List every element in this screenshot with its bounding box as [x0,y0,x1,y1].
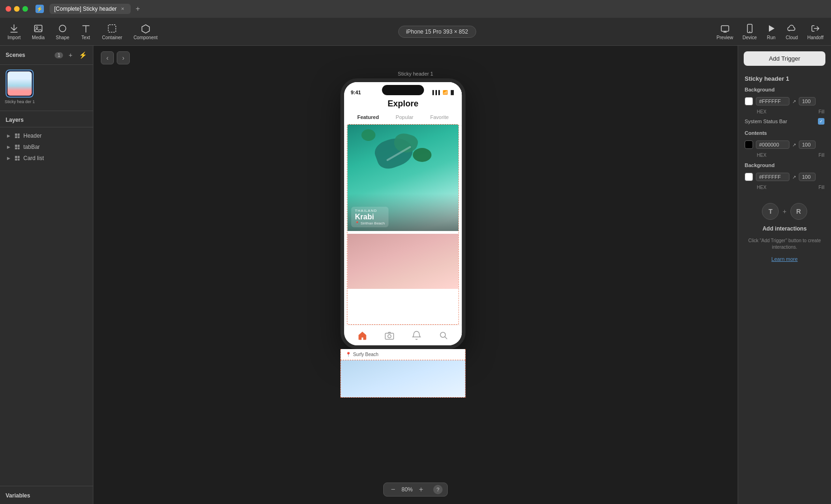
background-color-swatch[interactable] [745,97,753,105]
contents-hex-input[interactable] [756,140,789,149]
cloud-button[interactable]: Cloud [786,23,798,40]
card-list-area: THAILAND Krabi 📍 Sirithan Beach [347,124,459,325]
tab-popular[interactable]: Popular [393,112,416,122]
component-button[interactable]: Component [134,23,158,40]
close-button[interactable] [6,6,11,12]
interaction-keys: T + R [762,203,807,220]
layer-expand-icon[interactable]: ▶ [6,133,11,139]
background-opacity-input[interactable] [799,97,816,105]
system-status-bar-label: System Status Bar [745,119,787,124]
add-trigger-button[interactable]: Add Trigger [744,51,825,66]
layer-grid-icon [14,144,21,150]
contents-bg-label: Background [738,161,831,171]
system-status-bar-checkbox[interactable]: ✓ [818,118,824,125]
layer-name: tabBar [23,144,40,150]
scene-thumb-content [7,71,32,96]
background-hex-input[interactable] [756,97,789,105]
maximize-button[interactable] [22,6,28,12]
learn-more-link[interactable]: Learn more [771,256,797,262]
fill-label-2: Fill [818,153,824,158]
card-krabi[interactable]: THAILAND Krabi 📍 Sirithan Beach [347,125,458,231]
background-section-label: Background [738,85,831,95]
phone-notch [382,85,424,95]
nav-bell-icon[interactable] [410,329,423,342]
svg-point-3 [36,27,38,28]
new-tab-button[interactable]: + [133,4,143,14]
handoff-button[interactable]: Handoff [807,23,824,40]
nav-search-icon[interactable] [437,329,450,342]
battery-icon: ▐▌ [449,90,455,95]
layers-header: Layers [0,113,93,127]
layer-item-cardlist[interactable]: ▶ Card list [0,153,93,164]
layer-expand-icon[interactable]: ▶ [6,144,11,150]
active-tab[interactable]: [Complete] Sticky header ✕ [49,4,131,14]
device-selector[interactable]: iPhone 15 Pro 393 × 852 [169,26,705,38]
scenes-grid: Sticky hea der 1 [0,65,93,109]
layer-expand-icon[interactable]: ▶ [6,155,11,161]
add-scene-button[interactable]: + [66,50,75,60]
app-icon: ⚡ [35,5,44,13]
variables-title: Variables [6,492,30,499]
contents-bg-labels: HEX Fill [738,183,831,192]
location-pin-icon-2: 📍 [345,352,351,357]
contents-color-swatch[interactable] [745,140,753,149]
scene-item[interactable]: Sticky hea der 1 [5,70,35,104]
media-button[interactable]: Media [32,23,44,40]
nav-camera-icon[interactable] [383,329,396,342]
card-surfy[interactable] [347,234,458,289]
preview-button[interactable]: Preview [717,23,733,40]
key-r: R [790,203,807,220]
canvas-zoom-control: − 80% + ? [383,483,448,497]
contents-opacity-input[interactable] [799,140,816,149]
contents-color-row: ↗ [738,139,831,151]
layer-grid-icon [14,133,21,139]
tab-favorite[interactable]: Favorite [427,112,451,122]
main-layout: Scenes 1 + ⚡ Sticky hea der 1 Layers [0,46,831,504]
layer-item-tabbar[interactable]: ▶ tabBar [0,141,93,153]
contents-bg-swatch[interactable] [745,173,753,181]
fill-label-3: Fill [818,185,824,190]
tab-label: [Complete] Sticky header [54,6,117,12]
contents-bg-opacity[interactable] [799,173,816,181]
background-labels: HEX Fill [738,107,831,116]
canvas-area[interactable]: ‹ › Sticky header 1 9:41 ▌▌▌ 📶 ▐▌ [93,46,738,504]
card-info-box: THAILAND Krabi 📍 Sirithan Beach [351,207,388,227]
scenes-actions: + ⚡ [66,50,87,60]
layer-item-header[interactable]: ▶ Header [0,130,93,141]
svg-point-4 [59,25,66,32]
zoom-out-button[interactable]: − [388,485,398,494]
nav-back-button[interactable]: ‹ [101,51,114,64]
scene-thumbnail [6,70,34,98]
arrow-icon-2: ↗ [792,142,796,147]
hex-label-2: HEX [757,153,816,158]
svg-rect-6 [721,26,729,31]
fill-label: Fill [818,109,824,114]
scene-name-label: Sticky header 1 [398,71,433,77]
zoom-help-button[interactable]: ? [433,485,443,494]
lightning-button[interactable]: ⚡ [78,50,87,60]
background-color-row: ↗ [738,95,831,107]
minimize-button[interactable] [14,6,20,12]
contents-bg-hex[interactable] [756,173,789,181]
phone-frame: 9:41 ▌▌▌ 📶 ▐▌ Explore Featured [340,78,465,349]
variables-section: Variables [0,486,93,504]
toolbar: Import Media Shape Text Container Compon… [0,18,831,46]
tab-close-button[interactable]: ✕ [120,6,126,12]
device-pill[interactable]: iPhone 15 Pro 393 × 852 [398,26,476,38]
shape-button[interactable]: Shape [56,23,70,40]
nav-home-icon[interactable] [356,329,369,342]
tab-featured[interactable]: Featured [354,112,381,122]
traffic-lights [6,6,28,12]
zoom-in-button[interactable]: + [416,485,426,494]
device-button[interactable]: Device [742,23,757,40]
panel-title: Sticky header 1 [738,71,831,85]
scenes-title: Scenes [6,52,52,58]
arrow-icon-3: ↗ [792,175,796,180]
arrow-icon: ↗ [792,99,796,104]
zoom-value: 80% [401,486,413,493]
import-button[interactable]: Import [7,23,21,40]
container-button[interactable]: Container [102,23,122,40]
nav-forward-button[interactable]: › [117,51,130,64]
run-button[interactable]: Run [766,23,776,40]
text-button[interactable]: Text [81,23,91,40]
